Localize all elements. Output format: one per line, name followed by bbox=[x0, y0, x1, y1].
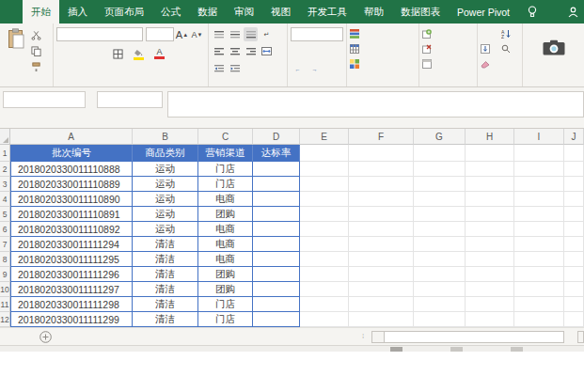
cell-B10[interactable]: 清洁 bbox=[133, 282, 198, 297]
cell-B2[interactable]: 运动 bbox=[133, 162, 198, 177]
scrollbar-track[interactable] bbox=[385, 331, 564, 343]
cell-B4[interactable]: 运动 bbox=[133, 192, 198, 207]
cell-D5[interactable] bbox=[253, 207, 300, 222]
camera-button[interactable] bbox=[526, 26, 581, 70]
row-header[interactable]: 12 bbox=[0, 312, 10, 327]
align-left-button[interactable] bbox=[212, 44, 226, 58]
cell-A7[interactable]: 2018020330011111294 bbox=[10, 237, 133, 252]
ribbon-tab[interactable]: 页面布局 bbox=[96, 0, 152, 24]
wrap-text-button[interactable]: ↵ bbox=[260, 27, 274, 41]
cell-E12[interactable] bbox=[300, 312, 349, 327]
cut-button[interactable] bbox=[29, 28, 43, 42]
cell-F2[interactable] bbox=[349, 162, 414, 177]
align-right-button[interactable] bbox=[244, 44, 258, 58]
row-header[interactable]: 10 bbox=[0, 282, 10, 297]
cell-D3[interactable] bbox=[253, 177, 300, 192]
cell-G2[interactable] bbox=[414, 162, 466, 177]
format-as-table-button[interactable] bbox=[350, 41, 416, 56]
column-header[interactable]: F bbox=[349, 129, 414, 145]
cell-D11[interactable] bbox=[253, 297, 300, 312]
cell-E2[interactable] bbox=[300, 162, 349, 177]
ribbon-tab[interactable]: 帮助 bbox=[355, 0, 392, 24]
cell-C6[interactable]: 电商 bbox=[198, 222, 253, 237]
cell-F3[interactable] bbox=[349, 177, 414, 192]
tell-me-button[interactable] bbox=[518, 6, 551, 18]
font-color-button[interactable]: A bbox=[152, 47, 166, 61]
cell-A1[interactable]: 批次编号 bbox=[10, 145, 133, 162]
cell-H12[interactable] bbox=[466, 312, 514, 327]
cell-C7[interactable]: 电商 bbox=[198, 237, 253, 252]
cell-B11[interactable]: 清洁 bbox=[133, 297, 198, 312]
cell-A9[interactable]: 2018020330011111296 bbox=[10, 267, 133, 282]
cell-J5[interactable] bbox=[564, 207, 584, 222]
cell-D12[interactable] bbox=[253, 312, 300, 327]
row-header[interactable]: 3 bbox=[0, 177, 10, 192]
cell-I7[interactable] bbox=[514, 237, 564, 252]
cell-C10[interactable]: 团购 bbox=[198, 282, 253, 297]
cell-J11[interactable] bbox=[564, 297, 584, 312]
row-header[interactable]: 7 bbox=[0, 237, 10, 252]
cell-J4[interactable] bbox=[564, 192, 584, 207]
ribbon-tab[interactable]: 插入 bbox=[59, 0, 96, 24]
cell-H10[interactable] bbox=[466, 282, 514, 297]
cell-C5[interactable]: 团购 bbox=[198, 207, 253, 222]
cell-B12[interactable]: 清洁 bbox=[133, 312, 198, 327]
cell-D7[interactable] bbox=[253, 237, 300, 252]
cell-A11[interactable]: 2018020330011111298 bbox=[10, 297, 133, 312]
cell-J12[interactable] bbox=[564, 312, 584, 327]
cell-A6[interactable]: 2018020330011110892 bbox=[10, 222, 133, 237]
cell-F8[interactable] bbox=[349, 252, 414, 267]
cell-E10[interactable] bbox=[300, 282, 349, 297]
cell-H5[interactable] bbox=[466, 207, 514, 222]
cell-J2[interactable] bbox=[564, 162, 584, 177]
cell-B1[interactable]: 商品类别 bbox=[133, 145, 198, 162]
orientation-button[interactable] bbox=[241, 58, 260, 78]
font-name-combo[interactable] bbox=[56, 27, 143, 41]
cell-I6[interactable] bbox=[514, 222, 564, 237]
cell-G1[interactable] bbox=[414, 145, 466, 162]
cell-styles-button[interactable] bbox=[350, 56, 416, 71]
cell-I1[interactable] bbox=[514, 145, 564, 162]
cell-F5[interactable] bbox=[349, 207, 414, 222]
insert-cells-button[interactable] bbox=[422, 26, 474, 41]
cell-B3[interactable]: 运动 bbox=[133, 177, 198, 192]
column-header[interactable]: J bbox=[564, 129, 584, 145]
cell-E6[interactable] bbox=[300, 222, 349, 237]
merge-center-button[interactable] bbox=[260, 44, 274, 58]
cell-J1[interactable] bbox=[564, 145, 584, 162]
cell-J7[interactable] bbox=[564, 237, 584, 252]
cell-I2[interactable] bbox=[514, 162, 564, 177]
number-format-combo[interactable] bbox=[291, 27, 343, 41]
cell-I11[interactable] bbox=[514, 297, 564, 312]
cell-G6[interactable] bbox=[414, 222, 466, 237]
cell-I9[interactable] bbox=[514, 267, 564, 282]
ribbon-tab[interactable]: 开始 bbox=[23, 0, 59, 24]
cell-G10[interactable] bbox=[414, 282, 466, 297]
cell-H8[interactable] bbox=[466, 252, 514, 267]
underline-button[interactable] bbox=[90, 47, 104, 61]
cell-C2[interactable]: 门店 bbox=[198, 162, 253, 177]
cell-G3[interactable] bbox=[414, 177, 466, 192]
ribbon-tab[interactable]: 公式 bbox=[152, 0, 189, 24]
page-break-view-button[interactable] bbox=[511, 347, 523, 352]
format-painter-button[interactable] bbox=[29, 60, 43, 74]
format-cells-button[interactable] bbox=[422, 56, 474, 71]
cell-C1[interactable]: 营销渠道 bbox=[198, 145, 253, 162]
cell-B9[interactable]: 清洁 bbox=[133, 267, 198, 282]
cell-F12[interactable] bbox=[349, 312, 414, 327]
cell-E11[interactable] bbox=[300, 297, 349, 312]
tab-scroll-splitter[interactable]: ⁞ bbox=[362, 332, 363, 340]
align-bottom-button[interactable] bbox=[244, 27, 258, 41]
cell-H7[interactable] bbox=[466, 237, 514, 252]
cell-A12[interactable]: 2018020330011111299 bbox=[10, 312, 133, 327]
increase-font-button[interactable]: A▲ bbox=[175, 27, 189, 41]
percent-format-button[interactable] bbox=[311, 45, 325, 59]
cell-C8[interactable]: 电商 bbox=[198, 252, 253, 267]
cell-J6[interactable] bbox=[564, 222, 584, 237]
column-header[interactable]: B bbox=[133, 129, 198, 145]
copy-button[interactable] bbox=[29, 44, 43, 58]
align-middle-button[interactable] bbox=[228, 27, 242, 41]
phonetic-guide-button[interactable] bbox=[173, 47, 187, 61]
cell-F6[interactable] bbox=[349, 222, 414, 237]
cell-I8[interactable] bbox=[514, 252, 564, 267]
